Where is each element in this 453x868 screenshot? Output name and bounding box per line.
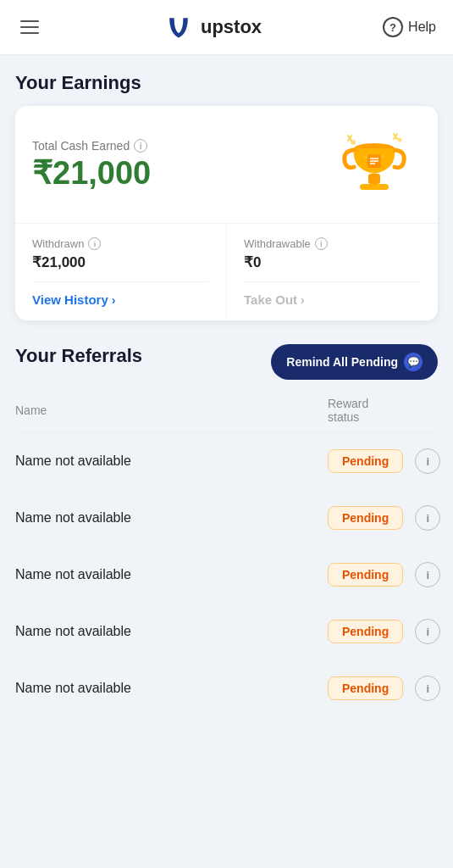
help-button[interactable]: ? Help — [383, 17, 436, 37]
withdrawable-value: ₹0 — [244, 253, 421, 271]
referrals-header: Your Referrals Remind All Pending 💬 — [15, 344, 438, 380]
page-content: Your Earnings Total Cash Earned i ₹21,00… — [0, 55, 453, 734]
upstox-logo-icon — [163, 12, 194, 42]
hamburger-menu[interactable] — [17, 17, 42, 37]
earnings-section-title: Your Earnings — [15, 72, 438, 94]
withdrawable-divider — [244, 281, 421, 282]
referral-info-button[interactable]: i — [415, 505, 440, 531]
total-cash-label: Total Cash Earned i — [32, 139, 151, 153]
remind-all-pending-button[interactable]: Remind All Pending 💬 — [271, 344, 438, 380]
earnings-left: Total Cash Earned i ₹21,000 — [32, 139, 151, 192]
svg-rect-9 — [360, 184, 389, 190]
col-header-status: Rewardstatus — [328, 397, 438, 424]
referral-right: Pending i — [328, 562, 438, 587]
message-icon: 💬 — [404, 353, 423, 371]
referral-row: Name not available Pending i — [15, 433, 438, 490]
svg-rect-8 — [368, 174, 380, 184]
referral-row: Name not available Pending i — [15, 490, 438, 547]
referral-info-button[interactable]: i — [415, 619, 440, 644]
logo-text: upstox — [201, 16, 262, 38]
withdrawable-col: Withdrawable i ₹0 Take Out › — [227, 224, 438, 320]
referrals-section-title: Your Referrals — [15, 345, 142, 367]
status-badge: Pending — [328, 620, 403, 643]
referral-name: Name not available — [15, 510, 328, 526]
svg-point-1 — [398, 138, 402, 142]
referral-row: Name not available Pending i — [15, 547, 438, 604]
referral-right: Pending i — [328, 505, 438, 531]
referral-rows-container: Name not available Pending i Name not av… — [15, 433, 438, 717]
status-badge: Pending — [328, 676, 403, 700]
earnings-bottom: Withdrawn i ₹21,000 View History › Withd… — [15, 224, 438, 320]
trophy-svg-icon — [336, 127, 412, 203]
referral-info-button[interactable]: i — [415, 448, 440, 474]
referral-row: Name not available Pending i — [15, 604, 438, 660]
take-out-chevron-icon: › — [301, 293, 305, 307]
take-out-button[interactable]: Take Out › — [244, 292, 421, 307]
total-cash-amount: ₹21,000 — [32, 156, 151, 192]
referral-right: Pending i — [328, 448, 438, 474]
withdrawn-divider — [32, 281, 209, 282]
referral-name: Name not available — [15, 624, 328, 639]
trophy-illustration — [328, 123, 421, 208]
earnings-top: Total Cash Earned i ₹21,000 — [15, 106, 438, 224]
status-badge: Pending — [328, 449, 403, 473]
referral-info-button[interactable]: i — [415, 562, 440, 587]
referrals-table: Name Rewardstatus Name not available Pen… — [15, 397, 438, 717]
app-logo: upstox — [163, 12, 262, 42]
referral-name: Name not available — [15, 453, 328, 469]
withdrawn-info-icon[interactable]: i — [88, 237, 101, 250]
remind-btn-label: Remind All Pending — [286, 355, 398, 369]
withdrawable-info-icon[interactable]: i — [315, 237, 328, 250]
total-cash-info-icon[interactable]: i — [134, 139, 147, 153]
referral-name: Name not available — [15, 567, 328, 582]
referral-info-button[interactable]: i — [415, 676, 440, 701]
referral-right: Pending i — [328, 676, 438, 701]
help-label: Help — [408, 19, 436, 35]
app-header: upstox ? Help — [0, 0, 453, 55]
referral-row: Name not available Pending i — [15, 660, 438, 717]
view-history-button[interactable]: View History › — [32, 292, 209, 307]
earnings-card: Total Cash Earned i ₹21,000 — [15, 106, 438, 320]
status-badge: Pending — [328, 563, 403, 587]
view-history-chevron-icon: › — [112, 293, 116, 307]
referral-right: Pending i — [328, 619, 438, 644]
withdrawn-col: Withdrawn i ₹21,000 View History › — [15, 224, 227, 320]
referral-name: Name not available — [15, 681, 328, 696]
help-circle-icon: ? — [383, 17, 403, 37]
referrals-table-header: Name Rewardstatus — [15, 397, 438, 433]
withdrawn-label: Withdrawn i — [32, 237, 209, 250]
status-badge: Pending — [328, 506, 403, 530]
withdrawn-value: ₹21,000 — [32, 253, 209, 271]
withdrawable-label: Withdrawable i — [244, 237, 421, 250]
col-header-name: Name — [15, 403, 328, 417]
